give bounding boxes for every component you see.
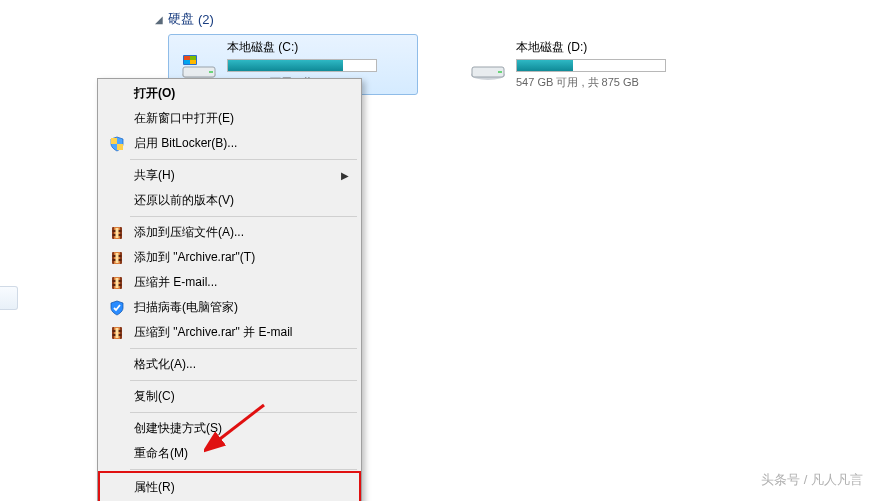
svg-rect-36 bbox=[116, 328, 119, 338]
menu-item[interactable]: 压缩到 "Archive.rar" 并 E-mail bbox=[100, 320, 359, 345]
menu-separator bbox=[130, 216, 357, 217]
menu-separator bbox=[130, 469, 357, 470]
svg-rect-11 bbox=[111, 138, 117, 144]
menu-item-label: 复制(C) bbox=[134, 388, 355, 405]
svg-rect-18 bbox=[116, 228, 119, 238]
svg-rect-30 bbox=[116, 278, 119, 288]
menu-separator bbox=[130, 159, 357, 160]
menu-separator bbox=[130, 412, 357, 413]
menu-item-label: 添加到压缩文件(A)... bbox=[134, 224, 355, 241]
drive-info: 本地磁盘 (D:)547 GB 可用 , 共 875 GB bbox=[516, 39, 698, 90]
collapse-arrow-icon: ◢ bbox=[155, 14, 163, 25]
archive-icon bbox=[104, 275, 130, 291]
menu-item-label: 扫描病毒(电脑管家) bbox=[134, 299, 355, 316]
menu-item-label: 重命名(M) bbox=[134, 445, 355, 462]
menu-item[interactable]: 还原以前的版本(V) bbox=[100, 188, 359, 213]
drive-name: 本地磁盘 (D:) bbox=[516, 39, 698, 56]
drive-name: 本地磁盘 (C:) bbox=[227, 39, 407, 56]
menu-item-label: 压缩并 E-mail... bbox=[134, 274, 355, 291]
menu-item-label: 压缩到 "Archive.rar" 并 E-mail bbox=[134, 324, 355, 341]
svg-rect-6 bbox=[184, 60, 190, 64]
archive-icon bbox=[104, 225, 130, 241]
svg-rect-10 bbox=[498, 71, 502, 73]
menu-item-label: 在新窗口中打开(E) bbox=[134, 110, 355, 127]
svg-rect-2 bbox=[209, 71, 213, 73]
menu-item-label: 打开(O) bbox=[134, 85, 355, 102]
menu-item[interactable]: 启用 BitLocker(B)... bbox=[100, 131, 359, 156]
drive-icon bbox=[179, 49, 219, 81]
menu-item-label: 格式化(A)... bbox=[134, 356, 355, 373]
capacity-bar bbox=[227, 59, 377, 72]
capacity-bar bbox=[516, 59, 666, 72]
menu-item-label: 共享(H) bbox=[134, 167, 341, 184]
svg-rect-7 bbox=[190, 60, 196, 64]
watermark-text: 头条号 / 凡人凡言 bbox=[761, 471, 863, 489]
svg-rect-5 bbox=[190, 56, 196, 60]
menu-item[interactable]: 创建快捷方式(S) bbox=[100, 416, 359, 441]
menu-separator bbox=[130, 348, 357, 349]
drive-icon bbox=[468, 49, 508, 81]
menu-item[interactable]: 格式化(A)... bbox=[100, 352, 359, 377]
svg-rect-12 bbox=[117, 144, 123, 150]
section-header[interactable]: ◢ 硬盘 (2) bbox=[155, 10, 214, 28]
menu-item-label: 启用 BitLocker(B)... bbox=[134, 135, 355, 152]
menu-item[interactable]: 添加到压缩文件(A)... bbox=[100, 220, 359, 245]
shield-icon bbox=[104, 136, 130, 152]
archive-icon bbox=[104, 250, 130, 266]
menu-item[interactable]: 属性(R) bbox=[98, 471, 361, 501]
section-count: (2) bbox=[198, 12, 214, 27]
menu-item[interactable]: 压缩并 E-mail... bbox=[100, 270, 359, 295]
submenu-arrow-icon: ▶ bbox=[341, 170, 349, 181]
menu-item-label: 属性(R) bbox=[134, 479, 355, 496]
menu-item[interactable]: 添加到 "Archive.rar"(T) bbox=[100, 245, 359, 270]
section-title: 硬盘 bbox=[168, 10, 194, 28]
nav-pane-edge bbox=[0, 286, 18, 310]
menu-item-label: 创建快捷方式(S) bbox=[134, 420, 355, 437]
menu-item-label: 还原以前的版本(V) bbox=[134, 192, 355, 209]
svg-rect-24 bbox=[116, 253, 119, 263]
av-icon bbox=[104, 300, 130, 316]
svg-rect-4 bbox=[184, 56, 190, 60]
menu-separator bbox=[130, 380, 357, 381]
capacity-text: 547 GB 可用 , 共 875 GB bbox=[516, 75, 698, 90]
context-menu: 打开(O)在新窗口中打开(E)启用 BitLocker(B)...共享(H)▶还… bbox=[97, 78, 362, 501]
menu-item[interactable]: 扫描病毒(电脑管家) bbox=[100, 295, 359, 320]
menu-item[interactable]: 在新窗口中打开(E) bbox=[100, 106, 359, 131]
menu-item[interactable]: 重命名(M) bbox=[100, 441, 359, 466]
menu-item[interactable]: 共享(H)▶ bbox=[100, 163, 359, 188]
menu-item-label: 添加到 "Archive.rar"(T) bbox=[134, 249, 355, 266]
menu-item[interactable]: 打开(O) bbox=[100, 81, 359, 106]
menu-item[interactable]: 复制(C) bbox=[100, 384, 359, 409]
archive-icon bbox=[104, 325, 130, 341]
drive-item[interactable]: 本地磁盘 (D:)547 GB 可用 , 共 875 GB bbox=[458, 34, 708, 95]
